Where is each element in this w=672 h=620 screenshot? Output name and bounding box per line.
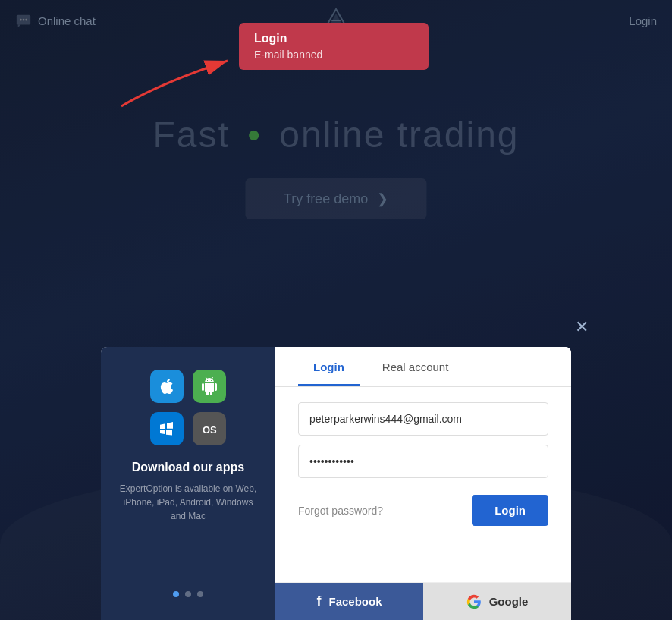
tab-login[interactable]: Login <box>298 347 360 386</box>
error-tooltip-message: E-mail banned <box>254 49 413 61</box>
android-icon[interactable] <box>193 370 226 403</box>
app-icons-grid: OS <box>150 370 226 445</box>
password-input[interactable] <box>298 445 548 478</box>
error-tooltip-title: Login <box>254 32 413 46</box>
login-modal: OS Download our apps ExpertOption is ava… <box>101 347 571 620</box>
login-button[interactable]: Login <box>472 495 548 526</box>
modal-tabs: Login Real account <box>275 347 571 387</box>
modal-left-panel: OS Download our apps ExpertOption is ava… <box>101 347 275 620</box>
modal-right-panel: Login Real account Forgot password? Logi… <box>275 347 571 620</box>
windows-icon[interactable] <box>150 412 184 445</box>
carousel-dot-1[interactable] <box>173 591 179 597</box>
download-description: ExpertOption is available on Web, iPhone… <box>116 482 260 523</box>
tab-real-account[interactable]: Real account <box>367 347 464 386</box>
google-login-button[interactable]: Google <box>423 583 571 620</box>
email-input[interactable] <box>298 402 548 436</box>
login-form: Forgot password? Login <box>275 387 571 582</box>
download-title: Download our apps <box>132 461 244 474</box>
svg-text:OS: OS <box>203 424 217 436</box>
carousel-dot-3[interactable] <box>197 591 203 597</box>
google-icon <box>466 594 482 609</box>
error-tooltip: Login E-mail banned <box>239 23 429 70</box>
forgot-password-link[interactable]: Forgot password? <box>298 505 383 517</box>
facebook-label: Facebook <box>328 595 382 608</box>
form-actions-row: Forgot password? Login <box>298 495 548 526</box>
carousel-dot-2[interactable] <box>185 591 191 597</box>
modal-overlay: OS Download our apps ExpertOption is ava… <box>0 0 672 620</box>
facebook-login-button[interactable]: f Facebook <box>275 583 423 620</box>
modal-close-button[interactable]: ✕ <box>575 319 589 335</box>
mac-icon[interactable]: OS <box>193 412 226 445</box>
social-login-row: f Facebook Google <box>275 582 571 620</box>
facebook-icon: f <box>316 593 321 609</box>
carousel-dots <box>173 576 203 597</box>
google-label: Google <box>489 595 529 608</box>
ios-icon[interactable] <box>150 370 184 403</box>
